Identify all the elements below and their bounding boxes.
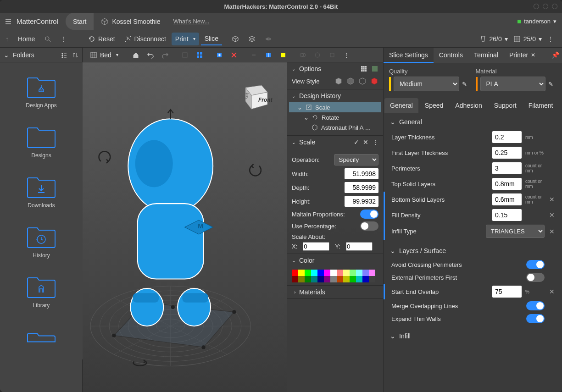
tree-scale[interactable]: ⌄ Scale (289, 102, 381, 112)
view-wire-icon[interactable] (346, 77, 355, 85)
subtab-support[interactable]: Support (489, 98, 522, 113)
color-swatch[interactable] (292, 276, 298, 282)
window-close-icon[interactable] (552, 4, 557, 9)
quality-select[interactable]: Medium (394, 77, 459, 91)
filament-counter[interactable]: 26/0 ▾ (479, 35, 508, 43)
tool1-button[interactable] (179, 49, 191, 61)
color-swatch[interactable] (350, 270, 356, 276)
redo-button[interactable] (159, 49, 171, 61)
window-max-icon[interactable] (543, 4, 548, 9)
perimeters-input[interactable] (492, 162, 522, 174)
reset-icon[interactable]: ✕ (548, 196, 556, 203)
edit-material-icon[interactable]: ✎ (548, 81, 556, 88)
bed-counter[interactable]: 25/0 ▾ (513, 35, 542, 43)
merge-lines-toggle[interactable] (526, 301, 545, 310)
expand-walls-toggle[interactable] (526, 314, 545, 323)
tab-terminal[interactable]: Terminal (468, 48, 504, 63)
view-layers-button[interactable] (245, 33, 259, 45)
material-select[interactable]: PLA (480, 77, 546, 91)
slice-button[interactable]: Slice (201, 33, 222, 45)
up-button[interactable]: ↑ (2, 33, 12, 45)
color-swatch[interactable] (330, 276, 337, 282)
tool7-button[interactable] (277, 49, 289, 61)
tool8-button[interactable] (297, 49, 309, 61)
fill-density-input[interactable] (492, 209, 522, 221)
color-swatch[interactable] (324, 276, 330, 282)
list-icon[interactable] (61, 51, 68, 59)
sidebar-item-history[interactable]: History (2, 216, 81, 266)
sidebar-item-library[interactable]: Library (2, 266, 81, 316)
pin-icon[interactable]: 📌 (549, 48, 562, 63)
subtab-general[interactable]: General (384, 98, 418, 113)
materials-panel-header[interactable]: ⌄ Materials (287, 286, 383, 298)
view-eye-button[interactable] (261, 33, 276, 45)
color-swatch[interactable] (298, 270, 305, 276)
tool5-button[interactable] (248, 49, 260, 61)
color-swatch[interactable] (362, 276, 369, 282)
search-button[interactable] (40, 33, 55, 45)
color-swatch[interactable] (369, 276, 375, 282)
tab-printer[interactable]: Kossel Smoothie (94, 13, 167, 30)
layer-thickness-input[interactable] (492, 131, 522, 143)
external-first-toggle[interactable] (526, 273, 545, 282)
tool6-button[interactable] (262, 49, 274, 61)
tab-printer[interactable]: Printer✕ (504, 48, 541, 63)
view-cube[interactable]: Front Left (236, 76, 273, 113)
home-view-button[interactable] (130, 49, 142, 61)
scale-panel-header[interactable]: ⌄ Scale ✓ ✕ ⋮ (287, 136, 383, 149)
chevron-down-icon[interactable]: ⌄ (4, 51, 9, 59)
width-input[interactable] (345, 168, 378, 179)
color-swatch[interactable] (317, 270, 324, 276)
color-swatch[interactable] (356, 270, 362, 276)
reset-icon[interactable]: ✕ (548, 228, 556, 235)
overflow-right[interactable]: ⋮ (547, 35, 554, 43)
sort-icon[interactable] (72, 51, 79, 59)
reset-icon[interactable]: ✕ (548, 288, 556, 295)
color-swatch[interactable] (330, 270, 337, 276)
sidebar-item-design-apps[interactable]: M Design Apps (2, 66, 81, 116)
reset-button[interactable]: Reset (84, 33, 119, 45)
color-swatch[interactable] (343, 270, 350, 276)
group-layers-header[interactable]: ⌄Layers / Surface (384, 243, 562, 258)
bed-dropdown[interactable]: Bed▾ (86, 49, 122, 61)
color-swatch[interactable] (362, 270, 369, 276)
3d-viewport[interactable]: M (83, 62, 287, 392)
overflow-menu[interactable]: ⋮ (57, 33, 70, 45)
cancel-icon[interactable]: ✕ (363, 138, 368, 146)
subtab-speed[interactable]: Speed (419, 98, 449, 113)
scale-y-input[interactable] (346, 242, 373, 251)
hamburger-menu[interactable] (0, 13, 17, 30)
first-layer-input[interactable] (492, 147, 522, 159)
apply-icon[interactable]: ✓ (354, 138, 359, 146)
view-outline-icon[interactable] (358, 77, 367, 85)
close-icon[interactable]: ✕ (531, 52, 535, 58)
center-overflow[interactable]: ⋮ (341, 49, 353, 61)
solid-icon[interactable] (371, 65, 378, 72)
home-link[interactable]: Home (14, 33, 39, 45)
tool4-button[interactable] (228, 49, 240, 61)
tool2-button[interactable] (194, 49, 206, 61)
subtab-overflow[interactable]: ⋮ (560, 98, 562, 113)
color-swatch[interactable] (298, 276, 305, 282)
sidebar-item-designs[interactable]: Designs (2, 116, 81, 166)
subtab-adhesion[interactable]: Adhesion (450, 98, 487, 113)
design-history-header[interactable]: ⌄ Design History (287, 89, 383, 102)
scale-overflow[interactable]: ⋮ (372, 138, 378, 146)
sidebar-item-downloads[interactable]: Downloads (2, 166, 81, 216)
color-swatch[interactable] (324, 270, 330, 276)
grid-icon[interactable] (360, 65, 367, 72)
maintain-prop-toggle[interactable] (360, 210, 378, 219)
user-menu[interactable]: tanderson ▾ (512, 13, 562, 30)
group-general-header[interactable]: ⌄General (384, 115, 562, 129)
color-swatch[interactable] (343, 276, 350, 282)
view-material-icon[interactable] (370, 77, 378, 85)
whats-new-link[interactable]: What's New... (168, 13, 215, 30)
infill-type-select[interactable]: TRIANGLES (486, 225, 545, 238)
tab-controls[interactable]: Controls (434, 48, 468, 63)
edit-quality-icon[interactable]: ✎ (462, 81, 470, 88)
depth-input[interactable] (345, 182, 378, 193)
options-header[interactable]: ⌄ Options (287, 62, 383, 75)
view-cube-button[interactable] (228, 33, 243, 45)
bottom-solid-input[interactable] (492, 193, 522, 205)
scale-x-input[interactable] (303, 242, 329, 251)
